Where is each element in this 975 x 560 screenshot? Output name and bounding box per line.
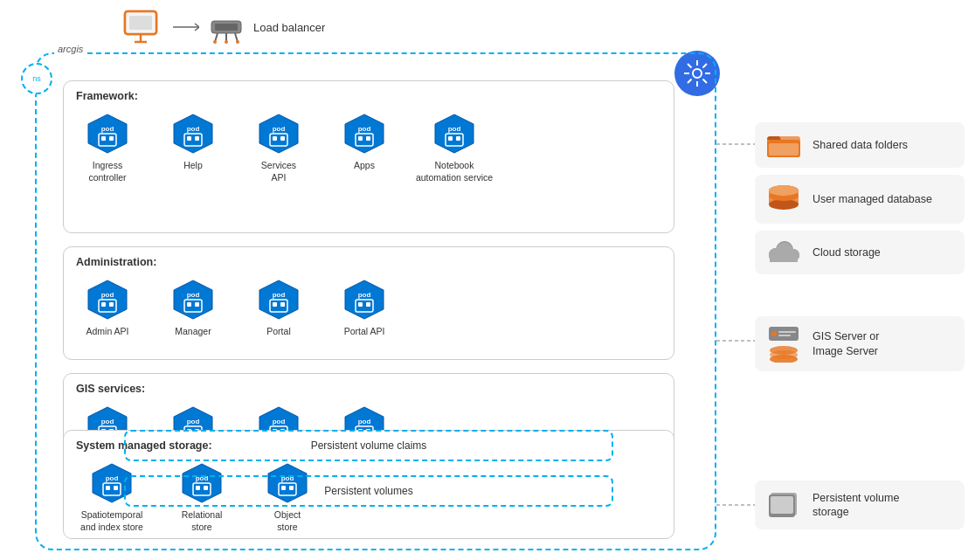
cloud-storage-label: Cloud storage <box>812 245 881 259</box>
right-connector-2 <box>716 336 760 345</box>
right-connector-1 <box>716 140 760 149</box>
pod-services-api: pod ServicesAPI <box>244 112 314 183</box>
folder-icon <box>767 131 800 159</box>
pod-help: pod Help <box>158 112 228 172</box>
pod-ingress-icon: pod <box>86 112 129 156</box>
external-services-group-1: Shared data folders User managed databas… <box>755 122 965 274</box>
pod-manager-label: Manager <box>175 326 211 338</box>
svg-rect-50 <box>456 136 460 141</box>
svg-point-12 <box>213 40 217 44</box>
pvc-box: Persistent volume claims <box>124 430 613 461</box>
svg-text:pod: pod <box>358 418 371 425</box>
pod-help-icon: pod <box>171 112 215 156</box>
svg-text:pod: pod <box>358 291 371 299</box>
framework-section: Framework: pod Ingresscontroller <box>63 80 674 233</box>
storage-icon <box>767 489 800 521</box>
gis-server-group: GIS Server orImage Server <box>755 316 965 371</box>
right-connector-3 <box>716 501 760 509</box>
svg-rect-29 <box>101 136 106 141</box>
svg-point-13 <box>225 40 228 44</box>
svg-point-14 <box>236 40 239 44</box>
pv-storage-item: Persistent volumestorage <box>755 480 965 529</box>
svg-rect-55 <box>109 302 114 307</box>
pod-relational-label: Relationalstore <box>182 509 223 533</box>
svg-rect-30 <box>109 136 114 141</box>
load-balancer-label: Load balancer <box>253 21 325 34</box>
database-icon <box>767 183 800 215</box>
svg-text:pod: pod <box>101 291 114 299</box>
pv-storage-label: Persistent volumestorage <box>812 491 899 520</box>
svg-rect-39 <box>273 136 277 141</box>
svg-text:pod: pod <box>187 418 200 425</box>
pod-apps: pod Apps <box>329 112 399 172</box>
user-managed-db-item: User managed database <box>755 175 965 224</box>
pod-admin-api: pod Admin API <box>73 278 142 338</box>
svg-rect-49 <box>448 136 453 141</box>
pod-object-store-label: Objectstore <box>274 509 301 533</box>
framework-title: Framework: <box>76 90 138 102</box>
pod-services-api-icon: pod <box>257 112 301 156</box>
svg-text:pod: pod <box>273 418 286 425</box>
svg-rect-54 <box>101 302 106 307</box>
pod-portal-api-icon: pod <box>342 278 386 321</box>
pod-apps-icon: pod <box>342 112 386 156</box>
pod-help-label: Help <box>183 160 203 172</box>
pod-ingress-controller: pod Ingresscontroller <box>73 112 142 183</box>
network-switch-icon <box>208 9 245 45</box>
svg-text:pod: pod <box>106 474 119 482</box>
pod-portal-api-label: Portal API <box>344 326 385 338</box>
admin-title: Administration: <box>76 256 156 268</box>
pv-label: Persistent volumes <box>324 485 412 497</box>
pod-notebook-icon: pod <box>432 112 476 156</box>
gis-title: GIS services: <box>76 383 145 395</box>
svg-text:pod: pod <box>187 291 200 299</box>
arcgis-label: arcgis <box>54 44 86 54</box>
svg-rect-95 <box>114 486 118 490</box>
user-managed-db-label: User managed database <box>812 192 932 206</box>
svg-text:pod: pod <box>101 125 114 133</box>
svg-point-125 <box>771 331 777 336</box>
pv-storage-group: Persistent volumestorage <box>755 480 965 529</box>
svg-rect-126 <box>778 331 796 333</box>
svg-text:pod: pod <box>448 125 461 133</box>
svg-rect-45 <box>366 136 370 141</box>
svg-rect-127 <box>778 335 791 336</box>
gis-server-label: GIS Server orImage Server <box>812 329 879 358</box>
svg-rect-44 <box>358 136 363 141</box>
svg-rect-40 <box>280 136 285 141</box>
gis-server-item: GIS Server orImage Server <box>755 316 965 371</box>
framework-pods: pod Ingresscontroller pod <box>73 112 494 183</box>
svg-rect-60 <box>195 302 199 307</box>
svg-text:pod: pod <box>101 418 114 425</box>
pod-apps-label: Apps <box>354 160 375 172</box>
pod-notebook-label: Notebookautomation service <box>416 160 493 183</box>
pod-notebook: pod Notebookautomation service <box>415 112 494 183</box>
svg-rect-59 <box>187 302 191 307</box>
shared-data-folders-item: Shared data folders <box>755 122 965 168</box>
layers-icon <box>767 345 800 363</box>
svg-rect-35 <box>195 136 199 141</box>
server-icon <box>767 325 800 342</box>
monitor-icon <box>122 9 164 45</box>
svg-text:pod: pod <box>273 125 286 133</box>
lb-connector <box>173 18 199 36</box>
pod-portal: pod Portal <box>244 278 314 338</box>
shared-data-folders-label: Shared data folders <box>812 138 908 152</box>
admin-pods: pod Admin API pod <box>73 278 399 338</box>
svg-rect-64 <box>273 302 277 307</box>
cloud-storage-item: Cloud storage <box>755 231 965 274</box>
pod-admin-api-label: Admin API <box>86 326 128 338</box>
pod-portal-icon: pod <box>257 278 301 321</box>
pod-portal-api: pod Portal API <box>329 278 399 338</box>
administration-section: Administration: pod Admin API <box>63 246 674 360</box>
pod-ingress-label: Ingresscontroller <box>88 160 126 183</box>
pod-portal-label: Portal <box>266 326 290 338</box>
svg-rect-34 <box>187 136 191 141</box>
cloud-icon <box>767 239 800 266</box>
arcgis-namespace-box: arcgis ns Framework: pod <box>35 52 716 550</box>
svg-text:pod: pod <box>273 291 286 299</box>
svg-rect-65 <box>280 302 285 307</box>
diagram: Load balancer arcgis ns Framework: <box>0 0 975 560</box>
load-balancer-group: Load balancer <box>122 9 325 45</box>
pvc-label: Persistent volume claims <box>311 439 427 452</box>
